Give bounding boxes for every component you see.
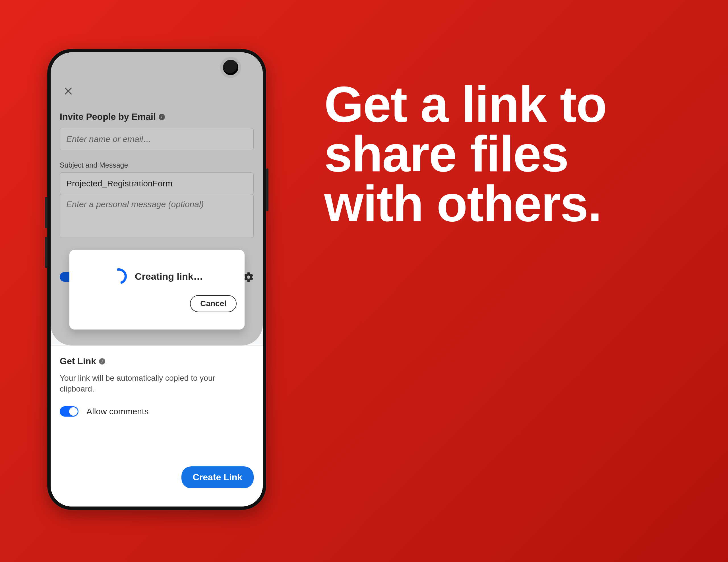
phone-frame: Invite People by Email i Enter name or e…: [47, 49, 266, 510]
invite-label: Invite People by Email: [60, 111, 156, 122]
get-link-title-row: Get Link i: [60, 356, 254, 367]
promo-stage: Get a link to share files with others. I…: [0, 0, 728, 562]
info-icon[interactable]: i: [159, 114, 165, 120]
message-field[interactable]: Enter a personal message (optional): [60, 194, 254, 238]
phone-volume-up: [45, 197, 47, 228]
message-placeholder: Enter a personal message (optional): [66, 199, 204, 209]
phone-power-button: [266, 168, 268, 211]
front-camera: [223, 60, 238, 75]
cancel-button[interactable]: Cancel: [190, 295, 237, 312]
toggle-knob: [69, 407, 78, 416]
subject-field[interactable]: Projected_RegistrationForm: [60, 172, 254, 195]
info-icon[interactable]: i: [99, 358, 105, 365]
phone-screen: Invite People by Email i Enter name or e…: [51, 52, 263, 507]
gear-icon[interactable]: [243, 271, 254, 283]
allow-comments-label: Allow comments: [86, 407, 148, 416]
email-field[interactable]: Enter name or email…: [60, 128, 254, 150]
allow-comments-toggle[interactable]: [60, 406, 78, 417]
get-link-panel: Get Link i Your link will be automatical…: [51, 346, 263, 507]
get-link-description: Your link will be automatically copied t…: [60, 373, 242, 394]
invite-section-title: Invite People by Email i: [60, 111, 165, 122]
spinner-icon: [108, 265, 130, 287]
phone-volume-down: [45, 237, 47, 268]
create-link-button[interactable]: Create Link: [181, 466, 254, 488]
modal-status-text: Creating link…: [135, 271, 203, 282]
email-placeholder: Enter name or email…: [66, 134, 152, 144]
subject-value: Projected_RegistrationForm: [66, 179, 173, 188]
allow-comments-row: Allow comments: [60, 406, 254, 417]
creating-link-dialog: Creating link… Cancel: [69, 250, 245, 330]
headline: Get a link to share files with others.: [324, 80, 665, 228]
get-link-title: Get Link: [60, 356, 96, 367]
close-icon[interactable]: [63, 86, 73, 96]
subject-section-label: Subject and Message: [60, 161, 128, 169]
